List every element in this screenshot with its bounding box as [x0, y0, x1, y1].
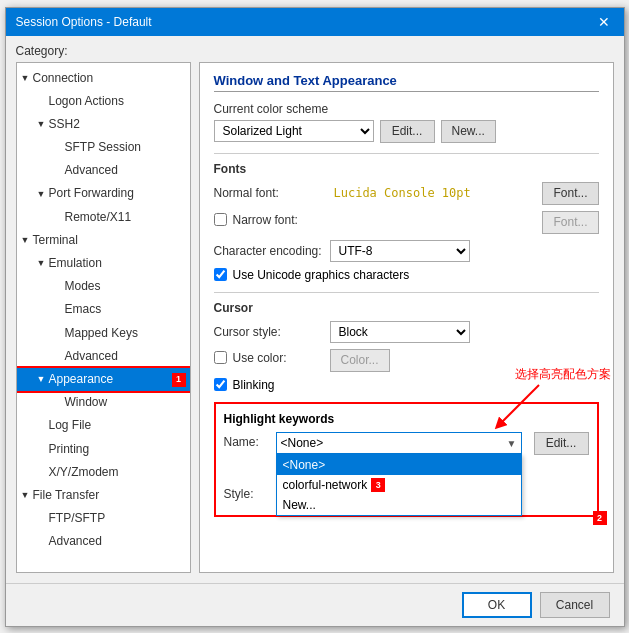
unicode-checkbox[interactable] [214, 268, 227, 281]
color-scheme-select[interactable]: Solarized Light [214, 120, 374, 142]
tree-item-connection[interactable]: ▼ Connection [17, 67, 190, 90]
dropdown-option-new[interactable]: New... [277, 495, 521, 515]
cursor-style-label: Cursor style: [214, 325, 324, 339]
highlight-edit-button[interactable]: Edit... [534, 432, 589, 455]
color-scheme-row: Solarized Light Edit... New... [214, 120, 599, 143]
tree-label-ssh2: SSH2 [49, 115, 186, 134]
cursor-label: Cursor [214, 301, 599, 315]
highlight-dropdown-input[interactable]: <None> ▼ [276, 432, 522, 454]
tree-label-port-forwarding: Port Forwarding [49, 184, 186, 203]
tree-label-advanced-ssh2: Advanced [65, 161, 186, 180]
narrow-font-checkbox[interactable] [214, 213, 227, 226]
encoding-row: Character encoding: UTF-8 [214, 240, 599, 262]
highlight-name-label: Name: [224, 432, 270, 449]
tree-label-log-file: Log File [49, 416, 186, 435]
tree-item-log-file[interactable]: Log File [17, 414, 190, 437]
normal-font-row: Normal font: Lucida Console 10pt Font... [214, 182, 599, 205]
tree-item-terminal[interactable]: ▼ Terminal [17, 229, 190, 252]
narrow-font-label: Narrow font: [233, 213, 343, 227]
tree-item-file-transfer[interactable]: ▼ File Transfer [17, 484, 190, 507]
blinking-checkbox[interactable] [214, 378, 227, 391]
tree-item-window[interactable]: Window [17, 391, 190, 414]
dialog-body: Category: ▼ Connection Logon Actions ▼ S… [6, 36, 624, 583]
tree-item-ftp-sftp[interactable]: FTP/SFTP [17, 507, 190, 530]
tree-item-appearance[interactable]: ▼ 1 Appearance 1 [17, 368, 190, 391]
tree-label-modes: Modes [65, 277, 186, 296]
tree-item-printing[interactable]: Printing [17, 438, 190, 461]
badge-2: 2 [593, 511, 607, 525]
highlight-name-dropdown[interactable]: <None> ▼ <None> colorful-network 3 [276, 432, 522, 454]
dialog-title: Session Options - Default [16, 15, 152, 29]
tree-item-advanced-terminal[interactable]: Advanced [17, 345, 190, 368]
tree-item-emulation[interactable]: ▼ Emulation [17, 252, 190, 275]
expand-icon-terminal: ▼ [21, 233, 33, 247]
tree-label-connection: Connection [33, 69, 186, 88]
cursor-style-select[interactable]: Block [330, 321, 470, 343]
expand-icon-connection: ▼ [21, 71, 33, 85]
fonts-group: Fonts Normal font: Lucida Console 10pt F… [214, 162, 599, 282]
main-area: ▼ Connection Logon Actions ▼ SSH2 SFTP S… [6, 62, 624, 583]
tree-label-logon-actions: Logon Actions [49, 92, 186, 111]
tree-label-mapped-keys: Mapped Keys [65, 324, 186, 343]
tree-label-advanced-ft: Advanced [49, 532, 186, 551]
fonts-label: Fonts [214, 162, 599, 176]
expand-icon-emulation: ▼ [37, 256, 49, 270]
dropdown-option-colorful[interactable]: colorful-network 3 [277, 475, 521, 495]
dropdown-list: <None> colorful-network 3 New... [276, 454, 522, 516]
tree-item-xyz[interactable]: X/Y/Zmodem [17, 461, 190, 484]
tree-item-sftp-session[interactable]: SFTP Session [17, 136, 190, 159]
tree-label-printing: Printing [49, 440, 186, 459]
title-bar: Session Options - Default ✕ [6, 8, 624, 36]
tree-item-logon-actions[interactable]: Logon Actions [17, 90, 190, 113]
badge-1: 1 [172, 373, 186, 387]
close-button[interactable]: ✕ [594, 14, 614, 30]
tree-label-emacs: Emacs [65, 300, 186, 319]
expand-icon-appearance: ▼ [37, 372, 49, 386]
unicode-label: Use Unicode graphics characters [233, 268, 410, 282]
dropdown-option-none[interactable]: <None> [277, 455, 521, 475]
highlight-title: Highlight keywords [224, 412, 589, 426]
normal-font-button[interactable]: Font... [542, 182, 598, 205]
session-options-dialog: Session Options - Default ✕ Category: ▼ … [5, 7, 625, 627]
ok-button[interactable]: OK [462, 592, 532, 618]
tree-label-advanced-terminal: Advanced [65, 347, 186, 366]
normal-font-label: Normal font: [214, 186, 324, 200]
tree-item-advanced-ft[interactable]: Advanced [17, 530, 190, 553]
expand-icon-pf: ▼ [37, 187, 49, 201]
narrow-font-row: Narrow font: Font... [214, 211, 599, 234]
category-tree: ▼ Connection Logon Actions ▼ SSH2 SFTP S… [16, 62, 191, 573]
tree-item-mapped-keys[interactable]: Mapped Keys [17, 322, 190, 345]
tree-label-terminal: Terminal [33, 231, 186, 250]
expand-icon-ft: ▼ [21, 488, 33, 502]
blinking-row: Blinking [214, 378, 599, 392]
narrow-font-button[interactable]: Font... [542, 211, 598, 234]
tree-label-sftp: SFTP Session [65, 138, 186, 157]
cancel-button[interactable]: Cancel [540, 592, 610, 618]
dialog-footer: OK Cancel [6, 583, 624, 626]
tree-item-advanced-ssh2[interactable]: Advanced [17, 159, 190, 182]
tree-item-port-forwarding[interactable]: ▼ Port Forwarding [17, 182, 190, 205]
tree-label-appearance-text: Appearance [49, 370, 170, 389]
cursor-style-row: Cursor style: Block [214, 321, 599, 343]
encoding-select[interactable]: UTF-8 [330, 240, 470, 262]
tree-label-emulation: Emulation [49, 254, 186, 273]
tree-item-emacs[interactable]: Emacs [17, 298, 190, 321]
tree-item-ssh2[interactable]: ▼ SSH2 [17, 113, 190, 136]
tree-label-ftp-sftp: FTP/SFTP [49, 509, 186, 528]
tree-item-modes[interactable]: Modes [17, 275, 190, 298]
color-button[interactable]: Color... [330, 349, 390, 372]
blinking-label: Blinking [233, 378, 275, 392]
use-color-checkbox[interactable] [214, 351, 227, 364]
highlight-outer: 选择高亮配色方案 Highlight keywords Name: [214, 402, 599, 517]
normal-font-value: Lucida Console 10pt [334, 186, 537, 200]
tree-label-file-transfer: File Transfer [33, 486, 186, 505]
badge-3: 3 [371, 478, 385, 492]
highlight-keywords-box: Highlight keywords Name: <None> ▼ <N [214, 402, 599, 517]
tree-label-window: Window [65, 393, 186, 412]
cursor-color-row: Use color: Color... [214, 349, 599, 372]
color-scheme-edit-button[interactable]: Edit... [380, 120, 435, 143]
color-scheme-new-button[interactable]: New... [441, 120, 496, 143]
color-scheme-group: Current color scheme Solarized Light Edi… [214, 102, 599, 143]
highlight-style-label: Style: [224, 487, 270, 501]
tree-item-remote-x11[interactable]: Remote/X11 [17, 206, 190, 229]
